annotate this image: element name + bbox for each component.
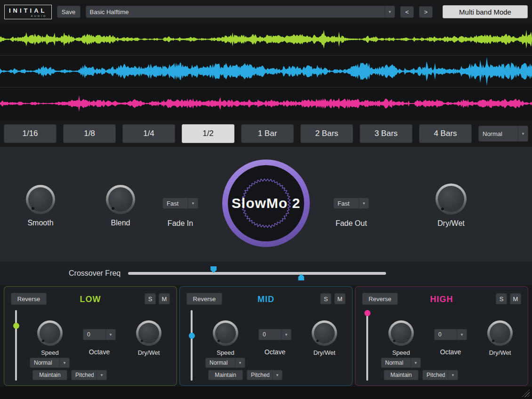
octave-select[interactable]: 0 ▼: [83, 329, 116, 340]
division-button-1-16[interactable]: 1/16: [4, 124, 56, 143]
logo-subtext: AUDIO: [9, 15, 47, 17]
mute-button[interactable]: M: [510, 293, 521, 304]
crossover-low-mid-handle[interactable]: [210, 266, 217, 273]
slider-track: [366, 310, 368, 381]
smooth-label: Smooth: [19, 219, 62, 227]
preset-value: Basic Halftime: [90, 8, 382, 16]
fade-out-value: Fast: [338, 200, 356, 207]
solo-button[interactable]: S: [496, 293, 507, 304]
slider-handle[interactable]: [364, 310, 371, 316]
slider-handle[interactable]: [13, 323, 19, 329]
pitch-mode-select[interactable]: Pitched ▼: [422, 370, 458, 380]
octave-label: Octave: [429, 348, 472, 356]
maintain-button[interactable]: Maintain: [384, 370, 419, 380]
save-button[interactable]: Save: [57, 6, 81, 18]
fade-out-label: Fade Out: [331, 219, 371, 228]
chevron-down-icon: ▼: [272, 370, 282, 380]
band-drywet-knob[interactable]: [487, 320, 513, 346]
mute-button[interactable]: M: [159, 293, 170, 304]
slider-handle[interactable]: [189, 333, 195, 339]
fade-in-select[interactable]: Fast ▼: [162, 198, 198, 209]
drywet-knob[interactable]: [435, 184, 467, 215]
band-panel-low: Reverse LOW S M Speed 0 ▼ Octave Dry/Wet…: [4, 286, 177, 386]
drywet-control: Dry/Wet: [429, 184, 473, 228]
division-button-4-bars[interactable]: 4 Bars: [419, 124, 472, 143]
bottom-bar: [0, 387, 532, 399]
band-drywet-knob[interactable]: [136, 320, 161, 346]
initial-audio-logo: INITIAL AUDIO: [4, 5, 52, 19]
band-mode-select[interactable]: Normal ▼: [205, 358, 245, 368]
crossover-label: Crossover Freq: [69, 269, 121, 278]
blend-label: Blend: [99, 219, 142, 227]
chevron-down-icon: ▼: [105, 329, 115, 340]
band-panel-high: Reverse HIGH S M Speed 0 ▼ Octave Dry/We…: [355, 286, 528, 386]
division-button-3-bars[interactable]: 3 Bars: [360, 124, 412, 143]
speed-knob[interactable]: [388, 320, 414, 346]
multi-band-mode-button[interactable]: Multi band Mode: [443, 5, 528, 18]
drywet-label: Dry/Wet: [429, 219, 473, 228]
speed-knob[interactable]: [37, 320, 63, 346]
band-panel-mid: Reverse MID S M Speed 0 ▼ Octave Dry/Wet…: [179, 286, 353, 386]
pitch-mode-value: Pitched: [251, 372, 269, 378]
band-mode-value: Normal: [385, 359, 408, 366]
slowmo-knob-face: SlowMo 2: [228, 165, 304, 241]
knob-indicator-dot: [441, 207, 444, 210]
chevron-down-icon: ▼: [97, 370, 106, 380]
division-button-1-2[interactable]: 1/2: [182, 124, 234, 143]
octave-label: Octave: [254, 348, 296, 356]
band-level-slider[interactable]: [364, 310, 371, 381]
knob-indicator-dot: [218, 340, 220, 342]
chevron-down-icon: ▼: [359, 198, 369, 208]
pitch-mode-select[interactable]: Pitched ▼: [247, 370, 282, 380]
fade-in-value: Fast: [167, 200, 185, 207]
band-level-slider[interactable]: [13, 310, 19, 381]
mute-button[interactable]: M: [334, 293, 346, 304]
pitch-mode-select[interactable]: Pitched ▼: [71, 370, 107, 380]
trigger-mode-value: Normal: [483, 130, 515, 137]
maintain-button[interactable]: Maintain: [32, 370, 67, 380]
slowmo2-window: INITIAL AUDIO Save Basic Halftime ▼ < > …: [0, 0, 532, 399]
logo-text: INITIAL: [9, 7, 47, 14]
trigger-mode-select[interactable]: Normal ▼: [478, 126, 528, 142]
high-band-waveform: [0, 88, 532, 120]
low-band-waveform: [0, 24, 532, 56]
fade-in-label: Fade In: [161, 219, 200, 228]
crossover-mid-high-handle[interactable]: [298, 274, 304, 280]
preset-select[interactable]: Basic Halftime ▼: [86, 6, 395, 18]
resize-grip[interactable]: [521, 389, 530, 397]
octave-value: 0: [263, 331, 278, 338]
division-button-2-bars[interactable]: 2 Bars: [300, 124, 353, 143]
band-level-slider[interactable]: [188, 310, 195, 381]
division-button-1-bar[interactable]: 1 Bar: [241, 124, 294, 143]
octave-select[interactable]: 0 ▼: [434, 329, 467, 340]
band-mode-value: Normal: [34, 359, 56, 366]
band-drywet-knob[interactable]: [312, 320, 337, 346]
crossover-slider[interactable]: [128, 272, 386, 275]
band-drywet-label: Dry/Wet: [479, 349, 521, 356]
band-drywet-label: Dry/Wet: [128, 349, 170, 356]
division-button-1-4[interactable]: 1/4: [122, 124, 175, 143]
division-button-1-8[interactable]: 1/8: [63, 124, 116, 143]
knob-indicator-dot: [393, 340, 395, 342]
chevron-down-icon: ▼: [518, 126, 528, 141]
solo-button[interactable]: S: [320, 293, 331, 304]
next-preset-button[interactable]: >: [419, 6, 433, 18]
smooth-control: Smooth: [19, 185, 62, 227]
prev-preset-button[interactable]: <: [400, 6, 414, 18]
slowmo-main-knob[interactable]: SlowMo 2: [222, 160, 310, 247]
octave-label: Octave: [78, 348, 121, 356]
pitch-mode-value: Pitched: [427, 372, 445, 378]
crossover-section: Crossover Freq: [0, 262, 532, 285]
solo-button[interactable]: S: [145, 293, 156, 304]
octave-value: 0: [438, 331, 454, 338]
band-panels: Reverse LOW S M Speed 0 ▼ Octave Dry/Wet…: [0, 285, 532, 387]
fade-out-select[interactable]: Fast ▼: [333, 198, 369, 209]
maintain-button[interactable]: Maintain: [208, 370, 243, 380]
octave-select[interactable]: 0 ▼: [258, 329, 291, 340]
smooth-knob[interactable]: [26, 185, 55, 214]
blend-knob[interactable]: [106, 185, 135, 214]
band-mode-select[interactable]: Normal ▼: [30, 358, 70, 368]
speed-knob[interactable]: [213, 320, 238, 346]
waveform-display: [0, 24, 532, 120]
band-mode-select[interactable]: Normal ▼: [381, 358, 421, 368]
